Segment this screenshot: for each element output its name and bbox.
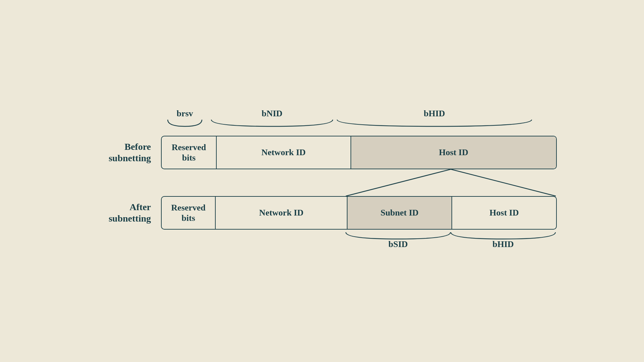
after-subnetting-row: Aftersubnetting Reservedbits Network ID … (87, 196, 557, 230)
before-reserved-bits: Reservedbits (162, 136, 217, 169)
before-segments: Reservedbits Network ID Host ID (161, 136, 557, 169)
top-labels: brsv bNID bHID (87, 109, 557, 136)
before-label: Beforesubnetting (87, 141, 161, 164)
bSID-label: bSID (388, 239, 408, 249)
before-network-id: Network ID (217, 136, 351, 169)
bHID-bottom-brace (451, 232, 555, 239)
bNID-label: bNID (262, 109, 282, 118)
diagram-container: brsv bNID bHID Beforesubnetting Reserved… (87, 109, 557, 253)
bHID-bottom-label: bHID (492, 239, 514, 249)
after-segments-wrapper: Reservedbits Network ID Subnet ID Host I… (161, 196, 557, 230)
after-segments: Reservedbits Network ID Subnet ID Host I… (161, 196, 557, 230)
brsv-label: brsv (176, 109, 193, 118)
bHID-top-brace (337, 120, 532, 126)
bSID-brace (346, 232, 450, 239)
after-reserved-bits: Reservedbits (162, 197, 216, 229)
brsv-brace (168, 120, 202, 126)
after-host-id: Host ID (452, 197, 556, 229)
before-segments-wrapper: Reservedbits Network ID Host ID (161, 136, 557, 169)
top-braces-svg: brsv bNID bHID (161, 109, 557, 136)
bottom-labels: bSID bHID (87, 230, 557, 253)
after-label: Aftersubnetting (87, 201, 161, 224)
bHID-top-label: bHID (424, 109, 445, 118)
before-host-id: Host ID (351, 136, 556, 169)
row-spacer (87, 169, 557, 196)
bNID-brace (211, 120, 333, 126)
after-network-id: Network ID (216, 197, 347, 229)
before-subnetting-row: Beforesubnetting Reservedbits Network ID… (87, 136, 557, 169)
rows-connector-wrapper: Beforesubnetting Reservedbits Network ID… (87, 136, 557, 230)
after-subnet-id: Subnet ID (347, 197, 452, 229)
bottom-braces-svg: bSID bHID (161, 230, 557, 253)
